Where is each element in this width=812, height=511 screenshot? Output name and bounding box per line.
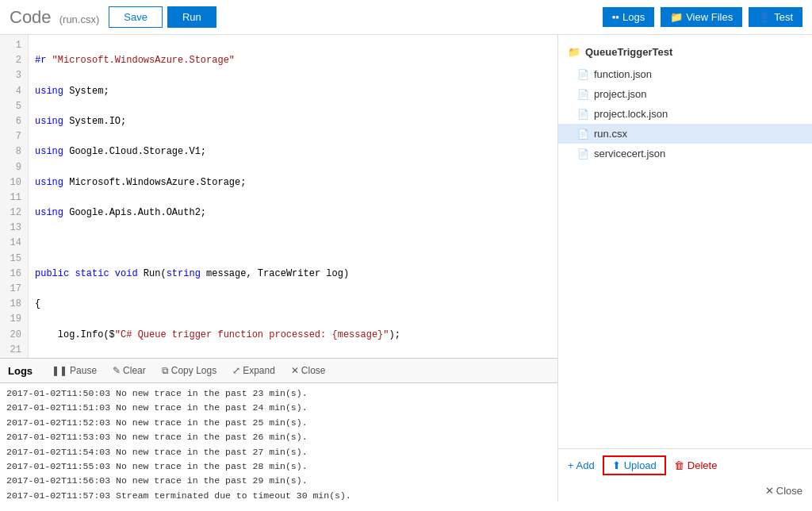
- log-entry: 2017-01-02T11:51:03 No new trace in the …: [6, 401, 551, 415]
- delete-button[interactable]: 🗑 Delete: [674, 455, 718, 475]
- copy-icon: ⧉: [162, 365, 169, 376]
- expand-button[interactable]: ⤢ Expand: [229, 363, 278, 378]
- file-tree-title: 📁 QueueTriggerTest: [558, 41, 812, 64]
- log-entry: 2017-01-02T11:52:03 No new trace in the …: [6, 416, 551, 430]
- file-item[interactable]: 📄project.lock.json: [558, 104, 812, 124]
- close-logs-button[interactable]: ✕ Close: [288, 363, 329, 378]
- file-icon: 📄: [577, 69, 589, 80]
- logs-toolbar: Logs ❚❚ Pause ✎ Clear ⧉ Copy Logs ⤢ Expa…: [0, 359, 557, 383]
- left-panel: 12345 678910 1112131415 1617181920 21222…: [0, 35, 558, 501]
- file-icon: 📄: [577, 148, 589, 159]
- pause-icon: ❚❚: [52, 365, 67, 376]
- code-content[interactable]: #r "Microsoft.WindowsAzure.Storage" usin…: [29, 35, 557, 358]
- log-entry: 2017-01-02T11:54:03 No new trace in the …: [6, 445, 551, 459]
- pause-button[interactable]: ❚❚ Pause: [48, 363, 100, 378]
- file-tree: 📁 QueueTriggerTest 📄function.json📄projec…: [558, 35, 812, 448]
- close-panel-button[interactable]: ✕ Close: [765, 485, 802, 497]
- run-button[interactable]: Run: [167, 6, 216, 28]
- upload-button[interactable]: ⬆ Upload: [603, 455, 666, 475]
- view-files-button[interactable]: 📁 View Files: [661, 7, 742, 27]
- header: Code (run.csx) Save Run ▪▪ Logs 📁 View F…: [0, 0, 812, 35]
- log-entry: 2017-01-02T11:55:03 No new trace in the …: [6, 459, 551, 474]
- logs-title: Logs: [8, 365, 33, 377]
- code-editor[interactable]: 12345 678910 1112131415 1617181920 21222…: [0, 35, 557, 359]
- logs-content[interactable]: 2017-01-02T11:50:03 No new trace in the …: [0, 383, 557, 501]
- file-item[interactable]: 📄servicecert.json: [558, 144, 812, 163]
- save-button[interactable]: Save: [109, 6, 163, 28]
- file-icon: 📄: [577, 109, 589, 120]
- clear-icon: ✎: [113, 365, 121, 376]
- file-icon: 📄: [577, 89, 589, 100]
- add-button[interactable]: + Add: [568, 455, 595, 475]
- right-close-row: ✕ Close: [558, 482, 812, 501]
- file-list: 📄function.json📄project.json📄project.lock…: [558, 64, 812, 163]
- delete-icon: 🗑: [674, 459, 684, 471]
- log-entry: 2017-01-02T11:50:03 No new trace in the …: [6, 386, 551, 401]
- logs-panel: Logs ❚❚ Pause ✎ Clear ⧉ Copy Logs ⤢ Expa…: [0, 359, 557, 501]
- view-files-icon: 📁: [670, 11, 683, 23]
- close-logs-icon: ✕: [291, 365, 299, 376]
- log-entry: 2017-01-02T11:53:03 No new trace in the …: [6, 430, 551, 444]
- close-icon: ✕: [765, 485, 774, 497]
- file-name: function.json: [594, 68, 652, 80]
- upload-icon: ⬆: [612, 459, 621, 471]
- right-footer: + Add ⬆ Upload 🗑 Delete: [558, 448, 812, 482]
- file-item[interactable]: 📄function.json: [558, 64, 812, 84]
- test-icon: 👤: [758, 11, 771, 23]
- logs-icon: ▪▪: [612, 11, 619, 23]
- clear-button[interactable]: ✎ Clear: [109, 363, 149, 378]
- right-panel: 📁 QueueTriggerTest 📄function.json📄projec…: [558, 35, 812, 501]
- file-name: servicecert.json: [594, 148, 665, 159]
- page-title: Code (run.csx): [10, 7, 99, 28]
- file-item[interactable]: 📄run.csx: [558, 124, 812, 144]
- expand-icon: ⤢: [232, 365, 240, 376]
- header-actions: ▪▪ Logs 📁 View Files 👤 Test: [603, 7, 802, 27]
- test-button[interactable]: 👤 Test: [749, 7, 802, 27]
- file-name: project.lock.json: [594, 108, 668, 120]
- logs-button[interactable]: ▪▪ Logs: [603, 7, 654, 27]
- log-entry: 2017-01-02T11:57:03 Stream terminated du…: [6, 489, 551, 501]
- folder-icon: 📁: [568, 46, 580, 58]
- file-name: project.json: [594, 88, 646, 100]
- footer-buttons: + Add ⬆ Upload 🗑 Delete: [568, 455, 717, 475]
- main-layout: 12345 678910 1112131415 1617181920 21222…: [0, 35, 812, 501]
- log-entry: 2017-01-02T11:56:03 No new trace in the …: [6, 474, 551, 488]
- file-item[interactable]: 📄project.json: [558, 84, 812, 104]
- copy-logs-button[interactable]: ⧉ Copy Logs: [159, 363, 220, 378]
- file-name: run.csx: [594, 128, 627, 140]
- file-icon: 📄: [577, 129, 589, 140]
- line-numbers: 12345 678910 1112131415 1617181920 21222…: [0, 35, 29, 358]
